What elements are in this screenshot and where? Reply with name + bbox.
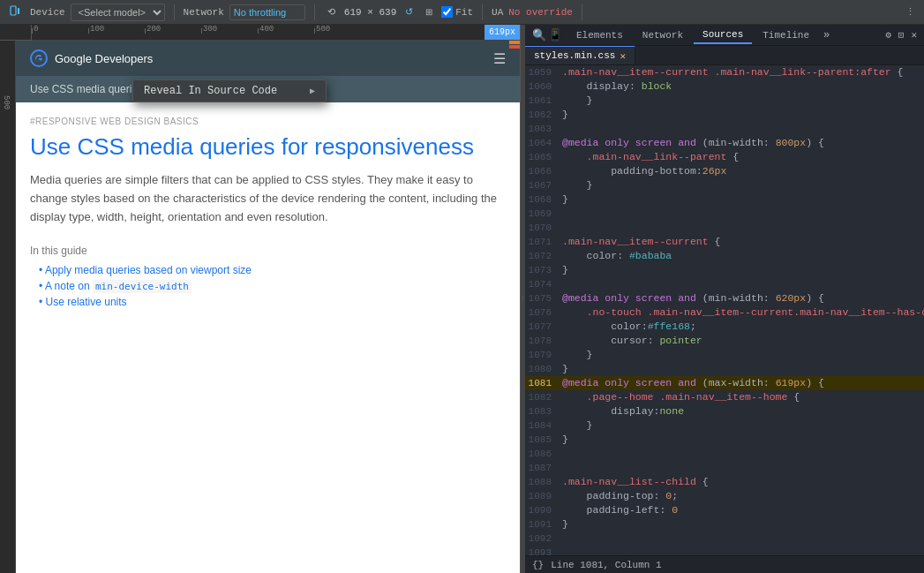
ruler-tick-200: 200 bbox=[145, 25, 161, 34]
code-line-1077: 1077 color:#ffe168; bbox=[525, 320, 924, 334]
code-line-1090: 1090 padding-left: 0 bbox=[525, 503, 924, 517]
code-line-1093: 1093 bbox=[525, 546, 924, 555]
undock-icon[interactable]: ⊡ bbox=[898, 29, 905, 41]
google-icon bbox=[30, 49, 48, 67]
code-line-1060: 1060 display: block bbox=[525, 79, 924, 94]
more-options-btn[interactable]: ⋮ bbox=[902, 4, 919, 19]
status-text: Line 1081, Column 1 bbox=[551, 560, 661, 570]
close-icon[interactable]: ✕ bbox=[911, 29, 917, 41]
v-tick-500: 500 bbox=[2, 95, 11, 573]
ruler-tick-500: 500 bbox=[314, 25, 330, 34]
ruler-tick-100: 100 bbox=[88, 25, 104, 34]
code-line-1061: 1061 } bbox=[525, 94, 924, 108]
code-line-1086: 1086 bbox=[525, 447, 924, 461]
webpage-content-area[interactable]: Google Developers ☰ Use CSS media querie… bbox=[16, 41, 520, 573]
fit-checkbox[interactable] bbox=[441, 6, 453, 18]
toolbar-separator-2 bbox=[314, 4, 315, 20]
file-tab-bar: styles.min.css ✕ bbox=[525, 46, 924, 65]
code-line-1081: 1081 @media only screen and (max-width: … bbox=[525, 376, 924, 390]
fit-checkbox-label[interactable]: Fit bbox=[441, 6, 473, 18]
search-icon[interactable]: 🔍 bbox=[532, 28, 546, 42]
menu-icon[interactable]: ☰ bbox=[493, 50, 506, 67]
code-line-1087: 1087 bbox=[525, 461, 924, 475]
code-line-1073: 1073 } bbox=[525, 263, 924, 277]
context-menu-item-reveal[interactable]: Reveal In Source Code ▶ bbox=[133, 80, 326, 102]
code-line-1071: 1071 .main-nav__item--current { bbox=[525, 235, 924, 249]
line-num-1071: 1071 bbox=[525, 235, 559, 249]
line-num-1092: 1092 bbox=[525, 532, 559, 546]
settings-icon[interactable]: ⚙ bbox=[885, 29, 891, 41]
main-area: 0 100 200 300 400 500 619px Reveal In So… bbox=[0, 25, 924, 573]
guide-link-2[interactable]: A note on min-device-width bbox=[39, 280, 506, 292]
in-guide-label: In this guide bbox=[30, 245, 506, 257]
device-icon[interactable]: 📱 bbox=[548, 28, 562, 42]
code-line-1085: 1085 } bbox=[525, 433, 924, 447]
ruler-size-badge: 619px bbox=[485, 25, 520, 40]
line-num-1075: 1075 bbox=[525, 291, 559, 305]
context-menu-item-label: Reveal In Source Code bbox=[144, 85, 277, 97]
browser-panel: 0 100 200 300 400 500 619px Reveal In So… bbox=[0, 25, 521, 573]
line-num-1078: 1078 bbox=[525, 334, 559, 348]
line-num-1072: 1072 bbox=[525, 249, 559, 263]
code-line-1059: 1059 .main-nav__item--current .main-nav_… bbox=[525, 65, 924, 79]
rotate-btn[interactable]: ⟲ bbox=[324, 4, 339, 19]
code-line-1083: 1083 display:none bbox=[525, 404, 924, 418]
device-model-select[interactable]: <Select model> bbox=[71, 4, 165, 21]
guide-link-3[interactable]: Use relative units bbox=[39, 296, 506, 308]
line-num-1088: 1088 bbox=[525, 475, 559, 489]
code-inline-min-device-width: min-device-width bbox=[93, 280, 192, 293]
vertical-ruler: 100 200 300 400 500 bbox=[0, 41, 16, 573]
line-num-1086: 1086 bbox=[525, 447, 559, 461]
code-line-1080: 1080 } bbox=[525, 362, 924, 376]
tab-network[interactable]: Network bbox=[634, 27, 692, 43]
line-num-1089: 1089 bbox=[525, 489, 559, 503]
code-line-1075: 1075 @media only screen and (min-width: … bbox=[525, 291, 924, 305]
ua-label: UA bbox=[492, 7, 503, 18]
line-num-1079: 1079 bbox=[525, 348, 559, 362]
code-line-1084: 1084 } bbox=[525, 418, 924, 433]
toolbar-separator-3 bbox=[482, 4, 483, 20]
content-with-ruler: 100 200 300 400 500 bbox=[0, 41, 520, 573]
guide-link-1[interactable]: Apply media queries based on viewport si… bbox=[39, 264, 506, 276]
red-bar bbox=[509, 45, 520, 49]
ruler-tick-400: 400 bbox=[258, 25, 274, 34]
line-num-1080: 1080 bbox=[525, 362, 559, 376]
ruler-tick-0: 0 bbox=[32, 25, 38, 34]
top-toolbar: Device <Select model> Network No throttl… bbox=[0, 0, 924, 25]
device-label: Device bbox=[30, 7, 65, 18]
throttle-select[interactable]: No throttling bbox=[229, 4, 305, 20]
line-num-1076: 1076 bbox=[525, 305, 559, 320]
refresh-btn[interactable]: ↺ bbox=[402, 4, 417, 19]
context-menu-arrow: ▶ bbox=[310, 86, 315, 96]
orange-bar bbox=[509, 41, 520, 44]
line-num-1085: 1085 bbox=[525, 433, 559, 447]
article-body: Media queries are simple filters that ca… bbox=[30, 171, 506, 226]
code-line-1089: 1089 padding-top: 0; bbox=[525, 489, 924, 503]
status-bar: {} Line 1081, Column 1 bbox=[525, 555, 924, 573]
file-tab-styles[interactable]: styles.min.css ✕ bbox=[525, 46, 635, 64]
code-line-1079: 1079 } bbox=[525, 348, 924, 362]
more-tabs-icon[interactable]: » bbox=[823, 29, 830, 41]
code-line-1082: 1082 .page--home .main-nav__item--home { bbox=[525, 390, 924, 404]
code-line-1076: 1076 .no-touch .main-nav__item--current.… bbox=[525, 305, 924, 320]
line-num-1093: 1093 bbox=[525, 546, 559, 555]
webpage: Google Developers ☰ Use CSS media querie… bbox=[16, 41, 520, 573]
code-line-1068: 1068 } bbox=[525, 192, 924, 207]
network-label: Network bbox=[184, 7, 224, 18]
tab-timeline[interactable]: Timeline bbox=[754, 27, 818, 43]
tab-elements[interactable]: Elements bbox=[567, 27, 632, 43]
line-num-1065: 1065 bbox=[525, 150, 559, 164]
zoom-btn[interactable]: ⊞ bbox=[422, 5, 436, 19]
mobile-toggle-btn[interactable] bbox=[5, 4, 25, 21]
code-editor[interactable]: 1059 .main-nav__item--current .main-nav_… bbox=[525, 65, 924, 555]
line-num-1066: 1066 bbox=[525, 164, 559, 178]
code-line-1072: 1072 color: #bababa bbox=[525, 249, 924, 263]
context-menu[interactable]: Reveal In Source Code ▶ bbox=[132, 79, 327, 102]
line-num-1063: 1063 bbox=[525, 122, 559, 136]
line-num-1061: 1061 bbox=[525, 94, 559, 108]
line-num-1074: 1074 bbox=[525, 277, 559, 291]
webpage-header: Google Developers ☰ bbox=[16, 41, 520, 76]
line-num-1090: 1090 bbox=[525, 503, 559, 517]
tab-sources[interactable]: Sources bbox=[694, 26, 752, 44]
line-num-1062: 1062 bbox=[525, 108, 559, 122]
